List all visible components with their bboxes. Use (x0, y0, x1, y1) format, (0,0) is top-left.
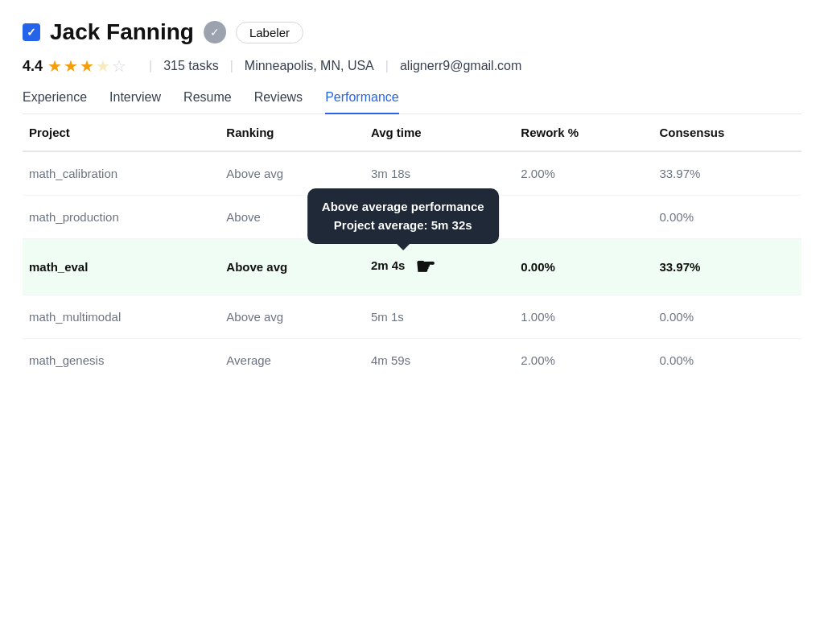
user-name: Jack Fanning (50, 19, 194, 45)
tab-reviews[interactable]: Reviews (254, 90, 303, 114)
avg-time-value: 2m 4s (371, 258, 406, 272)
tab-bar: Experience Interview Resume Reviews Perf… (23, 90, 801, 114)
cell-rework: 2.00% (511, 339, 649, 382)
cell-avg-time: 4m 59s (361, 339, 511, 382)
table-row: math_production Above 0.00% (23, 196, 801, 239)
cell-avg-time: 5m 1s (361, 295, 511, 339)
table-row: math_multimodal Above avg 5m 1s 1.00% 0.… (23, 295, 801, 339)
verified-badge: ✓ (204, 21, 226, 43)
cell-project: math_calibration (23, 151, 216, 196)
select-checkbox[interactable] (23, 23, 40, 41)
tab-interview[interactable]: Interview (109, 90, 161, 114)
rating-value: 4.4 (23, 58, 43, 75)
cell-consensus: 0.00% (649, 295, 801, 339)
tab-performance[interactable]: Performance (325, 90, 399, 114)
col-rework: Rework % (511, 114, 649, 151)
divider-3: | (385, 59, 389, 73)
star-1: ★ (47, 56, 62, 76)
cell-project: math_production (23, 196, 216, 239)
role-badge: Labeler (236, 22, 303, 43)
task-count: 315 tasks (163, 59, 218, 73)
col-ranking: Ranking (216, 114, 361, 151)
table-row-highlighted[interactable]: math_eval Above avg Above average perfor… (23, 239, 801, 295)
cell-avg-time (361, 196, 511, 239)
tab-experience[interactable]: Experience (23, 90, 87, 114)
cell-ranking: Average (216, 339, 361, 382)
cell-rework (511, 196, 649, 239)
table-header-row: Project Ranking Avg time Rework % Consen… (23, 114, 801, 151)
cell-ranking: Above avg (216, 295, 361, 339)
cell-consensus: 33.97% (649, 239, 801, 295)
cell-ranking: Above (216, 196, 361, 239)
cell-project: math_eval (23, 239, 216, 295)
profile-header: Jack Fanning ✓ Labeler (23, 19, 801, 45)
cell-consensus: 33.97% (649, 151, 801, 196)
cell-rework: 1.00% (511, 295, 649, 339)
col-avg-time: Avg time (361, 114, 511, 151)
stats-row: 4.4 ★ ★ ★ ★ ☆ | 315 tasks | Minneapolis,… (23, 56, 801, 76)
star-rating: ★ ★ ★ ★ ☆ (47, 56, 126, 76)
star-4: ★ (96, 56, 110, 76)
divider-1: | (149, 59, 152, 73)
cell-rework: 2.00% (511, 151, 649, 196)
email: alignerr9@gmail.com (400, 59, 521, 73)
cell-avg-time: 3m 18s (361, 151, 511, 196)
cell-project: math_multimodal (23, 295, 216, 339)
performance-table: Project Ranking Avg time Rework % Consen… (23, 114, 801, 382)
cell-rework: 0.00% (511, 239, 649, 295)
divider-2: | (230, 59, 233, 73)
cell-ranking: Above avg (216, 151, 361, 196)
cell-project: math_genesis (23, 339, 216, 382)
cell-ranking: Above avg (216, 239, 361, 295)
table-row: math_calibration Above avg 3m 18s 2.00% … (23, 151, 801, 196)
star-2: ★ (64, 56, 78, 76)
cursor-icon: ☛ (415, 254, 435, 280)
table-row: math_genesis Average 4m 59s 2.00% 0.00% (23, 339, 801, 382)
location: Minneapolis, MN, USA (245, 59, 374, 73)
star-5: ☆ (112, 56, 126, 76)
cell-consensus: 0.00% (649, 339, 801, 382)
star-3: ★ (80, 56, 94, 76)
cell-avg-time: Above average performance Project averag… (361, 239, 511, 295)
col-project: Project (23, 114, 216, 151)
cell-consensus: 0.00% (649, 196, 801, 239)
col-consensus: Consensus (649, 114, 801, 151)
tab-resume[interactable]: Resume (183, 90, 232, 114)
tooltip-container: Above average performance Project averag… (371, 254, 435, 280)
